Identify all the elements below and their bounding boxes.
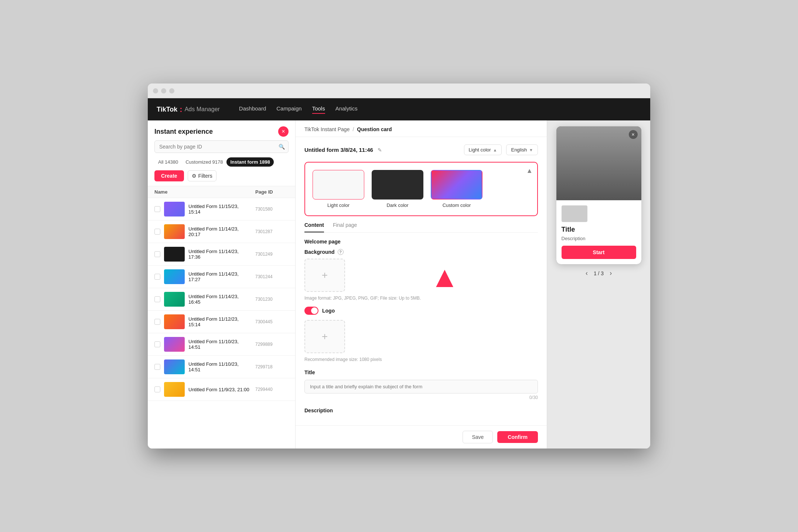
col-pageid: Page ID — [255, 189, 289, 195]
filter-tabs: All 14380 Customized 9178 Instant form 1… — [148, 157, 295, 170]
mac-close-btn[interactable] — [153, 88, 158, 93]
tab-final-page[interactable]: Final page — [333, 222, 357, 232]
row-thumbnail — [164, 337, 185, 352]
phone-background — [556, 126, 641, 200]
sidebar-title: Instant experience — [154, 128, 213, 136]
background-upload-box[interactable]: + — [304, 259, 345, 292]
row-pageid: 7299889 — [255, 342, 289, 347]
logo-upload-box[interactable]: + — [304, 320, 345, 353]
row-checkbox[interactable] — [154, 341, 160, 347]
row-info: Untitled Form 11/14/23, 17:27 — [188, 271, 252, 282]
list-item[interactable]: Untitled Form 11/14/23, 16:45 7301230 — [148, 288, 295, 311]
list-item[interactable]: Untitled Form 11/15/23, 15:14 7301580 — [148, 198, 295, 221]
phone-start-button[interactable]: Start — [562, 246, 636, 259]
filters-button[interactable]: ⚙ Filters — [188, 170, 216, 181]
row-info: Untitled Form 11/14/23, 20:17 — [188, 226, 252, 237]
sidebar: Instant experience × 🔍 All 14380 Customi… — [148, 120, 296, 449]
tab-content[interactable]: Content — [304, 222, 324, 232]
row-pageid: 7301249 — [255, 252, 289, 257]
row-pageid: 7301580 — [255, 207, 289, 212]
color-option-light[interactable]: Light color — [313, 170, 364, 208]
background-label-row: Background ? — [304, 249, 538, 255]
chevron-down-icon: ▼ — [529, 148, 533, 152]
row-name: Untitled Form 11/14/23, 20:17 — [188, 226, 252, 237]
preview-nav: ‹ 1 / 3 › — [586, 269, 612, 277]
filter-tab-all[interactable]: All 14380 — [154, 157, 182, 167]
content-area: TikTok Instant Page / Question card Unti… — [296, 120, 547, 449]
logo-toggle[interactable] — [304, 307, 318, 315]
dark-color-swatch[interactable] — [372, 170, 423, 200]
list-item[interactable]: Untitled Form 11/14/23, 17:27 7301244 — [148, 266, 295, 288]
list-item[interactable]: Untitled Form 11/14/23, 17:36 7301249 — [148, 243, 295, 266]
phone-close-icon[interactable]: × — [629, 130, 638, 139]
help-icon[interactable]: ? — [338, 249, 344, 255]
nav-tools[interactable]: Tools — [312, 105, 325, 114]
form-area: Untitled form 3/8/24, 11:46 ✎ Light colo… — [296, 137, 547, 425]
mac-minimize-btn[interactable] — [161, 88, 166, 93]
col-name: Name — [154, 189, 255, 195]
language-dropdown[interactable]: English ▼ — [506, 144, 538, 155]
mac-maximize-btn[interactable] — [169, 88, 174, 93]
row-name: Untitled Form 11/14/23, 17:36 — [188, 249, 252, 260]
row-thumbnail — [164, 382, 185, 397]
row-pageid: 7301287 — [255, 229, 289, 234]
row-checkbox[interactable] — [154, 206, 160, 212]
preview-next-arrow[interactable]: › — [610, 269, 612, 277]
color-option-custom[interactable]: Custom color — [431, 170, 482, 208]
color-option-dark[interactable]: Dark color — [372, 170, 423, 208]
breadcrumb-separator: / — [352, 126, 354, 132]
search-input[interactable] — [154, 140, 289, 153]
row-pageid: 7299718 — [255, 364, 289, 369]
phone-img-placeholder — [562, 205, 587, 222]
row-name: Untitled Form 11/15/23, 15:14 — [188, 204, 252, 215]
list-item[interactable]: Untitled Form 11/9/23, 21:00 7299440 — [148, 378, 295, 401]
filter-tab-instant[interactable]: Instant form 1898 — [226, 157, 274, 167]
row-info: Untitled Form 11/10/23, 14:51 — [188, 361, 252, 372]
filter-tab-customized[interactable]: Customized 9178 — [182, 157, 226, 167]
row-thumbnail — [164, 292, 185, 307]
row-checkbox[interactable] — [154, 296, 160, 302]
nav-analytics[interactable]: Analytics — [335, 105, 358, 114]
title-section: Title 0/30 — [304, 369, 538, 400]
row-thumbnail — [164, 314, 185, 329]
preview-prev-arrow[interactable]: ‹ — [586, 269, 588, 277]
row-checkbox[interactable] — [154, 364, 160, 370]
save-button[interactable]: Save — [463, 431, 493, 443]
confirm-button[interactable]: Confirm — [497, 431, 538, 443]
sidebar-close-button[interactable]: × — [278, 126, 289, 137]
row-checkbox[interactable] — [154, 274, 160, 280]
row-info: Untitled Form 11/14/23, 17:36 — [188, 249, 252, 260]
list-item[interactable]: Untitled Form 11/12/23, 15:14 7300445 — [148, 311, 295, 333]
row-checkbox[interactable] — [154, 229, 160, 235]
row-checkbox[interactable] — [154, 386, 160, 392]
color-picker-popup: Light color Dark color Custom color ▲ — [304, 162, 538, 216]
logo-toggle-label: Logo — [322, 308, 335, 314]
popup-collapse-icon[interactable]: ▲ — [526, 167, 533, 175]
row-name: Untitled Form 11/12/23, 15:14 — [188, 316, 252, 327]
row-checkbox[interactable] — [154, 251, 160, 257]
list-item[interactable]: Untitled Form 11/10/23, 14:51 7299889 — [148, 333, 295, 356]
title-input[interactable] — [304, 380, 538, 393]
nav-dashboard[interactable]: Dashboard — [239, 105, 266, 114]
dark-color-label: Dark color — [386, 202, 408, 208]
welcome-section: Welcome page Background ? + Image format… — [304, 239, 538, 362]
table-header: Name Page ID — [148, 186, 295, 198]
nav-campaign[interactable]: Campaign — [276, 105, 301, 114]
row-pageid: 7301244 — [255, 274, 289, 279]
title-section-label: Title — [304, 369, 538, 375]
create-button[interactable]: Create — [154, 170, 184, 181]
color-dropdown[interactable]: Light color ▲ — [464, 144, 502, 155]
main-area: Instant experience × 🔍 All 14380 Customi… — [148, 120, 650, 449]
row-info: Untitled Form 11/10/23, 14:51 — [188, 339, 252, 350]
row-thumbnail — [164, 224, 185, 239]
light-color-label: Light color — [327, 202, 349, 208]
list-item[interactable]: Untitled Form 11/14/23, 20:17 7301287 — [148, 221, 295, 243]
row-thumbnail — [164, 247, 185, 262]
lang-dropdown-value: English — [511, 147, 527, 153]
row-checkbox[interactable] — [154, 319, 160, 325]
breadcrumb-parent[interactable]: TikTok Instant Page — [304, 126, 349, 132]
light-color-swatch[interactable] — [313, 170, 364, 200]
custom-color-swatch[interactable] — [431, 170, 482, 200]
edit-icon[interactable]: ✎ — [378, 147, 382, 153]
list-item[interactable]: Untitled Form 11/10/23, 14:51 7299718 — [148, 356, 295, 378]
